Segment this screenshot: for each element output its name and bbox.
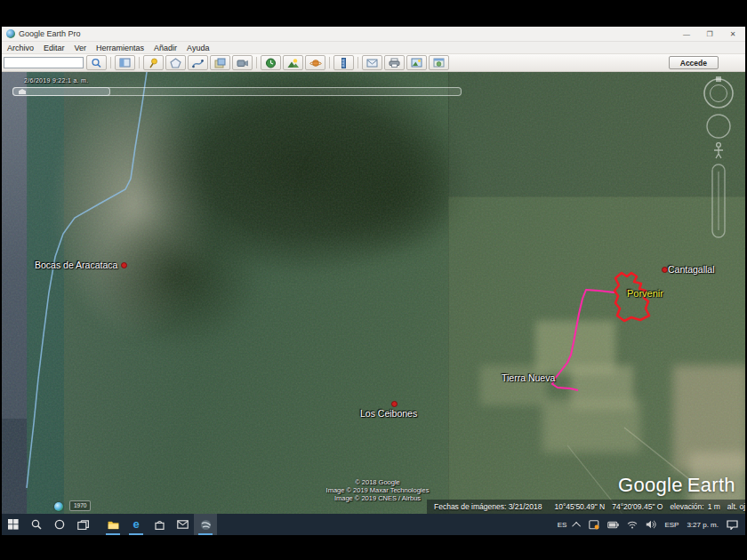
menu-archivo[interactable]: Archivo — [7, 44, 34, 52]
river-path — [27, 72, 147, 488]
terrain-teal-band — [27, 72, 64, 514]
add-image-overlay-button[interactable] — [210, 55, 230, 70]
accede-button[interactable]: Accede — [669, 56, 719, 69]
switch-planet-button[interactable] — [305, 55, 325, 70]
time-slider-range[interactable] — [12, 87, 110, 96]
add-path-button[interactable] — [188, 55, 208, 70]
menu-ayuda[interactable]: Ayuda — [187, 44, 209, 52]
cortana-button[interactable] — [48, 514, 71, 535]
place-label-ceibones[interactable]: Los Ceibones — [360, 408, 417, 419]
ruler-button[interactable] — [333, 55, 354, 70]
terrain-dark-forest — [135, 72, 473, 276]
search-icon — [91, 58, 102, 68]
search-icon — [31, 519, 42, 530]
terrain-right-lower — [448, 196, 745, 514]
record-tour-button[interactable] — [232, 55, 253, 70]
maps-window-icon — [433, 58, 445, 68]
volume-icon[interactable] — [646, 520, 656, 529]
running-indicator — [129, 533, 143, 535]
place-dot-cantagallal[interactable] — [662, 267, 668, 273]
running-indicator — [198, 533, 213, 535]
terrain-dark-forest — [64, 174, 295, 379]
place-label-cantagallal[interactable]: Cantagallal — [668, 264, 715, 275]
screenshot-stage: Google Earth Pro — ❐ ✕ Archivo Editar Ve… — [0, 0, 747, 560]
edge-button[interactable]: e — [124, 514, 148, 535]
wifi-icon[interactable] — [627, 521, 638, 529]
title-bar: Google Earth Pro — ❐ ✕ — [2, 27, 745, 42]
place-dot-ceibones[interactable] — [391, 401, 398, 407]
historical-imagery-button[interactable] — [261, 55, 281, 70]
menu-editar[interactable]: Editar — [44, 44, 65, 52]
terrain-dark-forest — [269, 99, 509, 285]
history-year-chip[interactable]: 1970 — [69, 500, 91, 511]
status-imagery-date: Fechas de imágenes: 3/21/2018 — [434, 502, 542, 511]
image-overlay-icon — [214, 58, 226, 68]
place-label-tierra-nueva[interactable]: Tierra Nueva — [502, 372, 555, 383]
toolbar-separator — [139, 57, 140, 68]
place-dot-bocas[interactable] — [121, 262, 127, 268]
logo-earth: Earth — [687, 474, 735, 496]
add-polygon-button[interactable] — [165, 55, 186, 70]
system-tray: ES ESP 3:27 p. m. — [558, 514, 745, 535]
menu-bar: Archivo Editar Ver Herramientas Añadir A… — [2, 42, 745, 54]
terrain-right-upper — [448, 72, 745, 196]
menu-anadir[interactable]: Añadir — [154, 44, 177, 52]
tray-expand-chevron-icon[interactable] — [573, 521, 582, 530]
google-earth-window: Google Earth Pro — ❐ ✕ Archivo Editar Ve… — [2, 27, 745, 535]
ruler-icon — [340, 58, 348, 68]
nav-look-joystick — [704, 76, 733, 108]
place-label-bocas[interactable]: Bocas de Aracataca — [35, 260, 117, 270]
notification-badge-icon[interactable] — [589, 520, 599, 530]
sunlight-button[interactable] — [283, 55, 303, 70]
save-image-button[interactable] — [406, 55, 427, 70]
tray-clock[interactable]: 3:27 p. m. — [687, 521, 719, 529]
file-explorer-button[interactable] — [101, 514, 124, 535]
search-button[interactable] — [86, 55, 107, 70]
terrain-field — [535, 321, 615, 374]
saturn-planet-icon — [309, 58, 322, 68]
hide-sidebar-button[interactable] — [115, 55, 135, 70]
print-button[interactable] — [384, 55, 405, 70]
maximize-button[interactable]: ❐ — [704, 30, 715, 38]
video-camera-icon — [237, 58, 248, 68]
terrain-sand — [673, 365, 745, 472]
minimize-button[interactable]: — — [681, 30, 692, 38]
logo-google: Google — [618, 474, 683, 496]
taskbar-gap — [94, 514, 101, 535]
google-earth-logo: GoogleEarth — [618, 474, 735, 497]
history-clock-icon[interactable] — [54, 502, 63, 511]
add-placemark-button[interactable] — [143, 55, 164, 70]
toolbar-separator — [256, 57, 257, 68]
map-viewport[interactable]: 2/6/2019 9:22:1 a. m. Bocas de Aracataca… — [2, 72, 745, 514]
mail-button[interactable] — [171, 514, 194, 535]
start-button[interactable] — [2, 514, 25, 535]
window-controls: — ❐ ✕ — [681, 27, 742, 41]
view-in-maps-button[interactable] — [429, 55, 449, 70]
battery-icon[interactable] — [607, 521, 619, 529]
terrain-left-strip — [2, 72, 28, 514]
menu-herramientas[interactable]: Herramientas — [96, 44, 144, 52]
search-input[interactable] — [4, 57, 84, 68]
action-center-icon[interactable] — [727, 520, 738, 530]
terrain-field — [571, 365, 633, 410]
task-view-icon — [77, 520, 89, 530]
copyright-line: Image © 2019 Maxar Technologies — [295, 486, 460, 494]
copyright-line: © 2018 Google — [295, 478, 460, 486]
google-earth-taskbar-button[interactable] — [194, 514, 217, 535]
status-latitude: 10°45'50.49" N — [554, 502, 605, 511]
store-button[interactable] — [148, 514, 171, 535]
printer-icon — [389, 58, 400, 68]
tray-ime-mode[interactable]: ESP — [664, 521, 679, 529]
menu-ver[interactable]: Ver — [75, 44, 87, 52]
map-copyright: © 2018 Google Image © 2019 Maxar Technol… — [295, 478, 460, 502]
taskbar-search-button[interactable] — [25, 514, 48, 535]
windows-taskbar: e ES ESP 3:27 p. m. — [2, 514, 745, 535]
email-button[interactable] — [362, 55, 382, 70]
task-view-button[interactable] — [71, 514, 94, 535]
toolbar: Accede — [2, 54, 745, 72]
window-title: Google Earth Pro — [19, 29, 81, 38]
terrain-field — [542, 399, 640, 452]
tray-language[interactable]: ES — [558, 521, 567, 529]
place-label-porvenir[interactable]: Porvenir — [627, 288, 663, 299]
close-button[interactable]: ✕ — [727, 30, 738, 38]
